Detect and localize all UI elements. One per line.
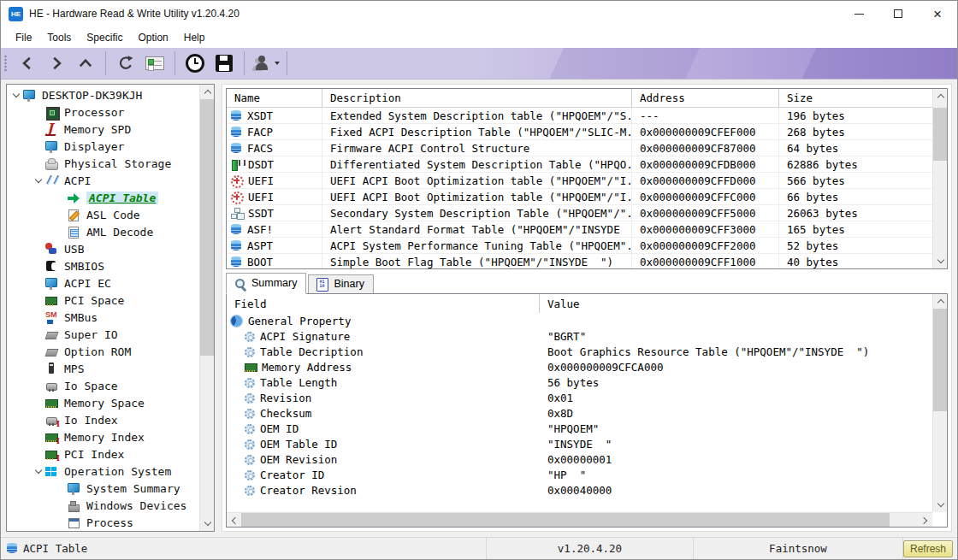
table-row-asf[interactable]: ASF!Alert Standard Format Table ("HPQOEM… xyxy=(227,221,932,238)
menu-item-tools[interactable]: Tools xyxy=(39,28,79,47)
tree-item-memory-spd[interactable]: Memory SPD xyxy=(7,121,199,138)
summary-row-checksum[interactable]: Checksum0x8D xyxy=(227,405,932,421)
tree-item-memory-space[interactable]: Memory Space xyxy=(7,394,199,411)
column-header-field[interactable]: Field xyxy=(227,294,540,313)
tree-item-acpi-table[interactable]: ACPI Table xyxy=(7,189,199,206)
table-row-facs[interactable]: FACSFirmware ACPI Control Structure0x000… xyxy=(227,140,932,156)
table-row-facp[interactable]: FACPFixed ACPI Description Table ("HPQOE… xyxy=(227,124,932,140)
scroll-up-icon[interactable] xyxy=(933,294,948,309)
index-marker-icon xyxy=(56,451,60,463)
doc-pencil-icon xyxy=(67,209,80,221)
scroll-up-icon[interactable] xyxy=(933,89,948,103)
menu-item-option[interactable]: Option xyxy=(130,28,175,47)
tree-item-aml-decode[interactable]: AML Decode xyxy=(7,223,199,240)
summary-row-memory-address[interactable]: Memory Address0x000000009CFCA000 xyxy=(227,359,932,374)
summary-scrollbar-thumb[interactable] xyxy=(933,309,948,411)
options-list-button[interactable] xyxy=(142,50,168,76)
table-name-label: UEFI xyxy=(248,174,274,187)
tree-item-io-space[interactable]: Io Space xyxy=(7,377,199,394)
field-label: Checksum xyxy=(260,407,311,420)
tree-item-super-io[interactable]: Super IO xyxy=(7,326,199,343)
summary-scrollbar-horizontal[interactable] xyxy=(227,512,932,527)
cell-size: 566 bytes xyxy=(779,173,932,188)
field-label: Creator Revsion xyxy=(260,484,357,497)
tree-item-acpi-ec[interactable]: ACPI EC xyxy=(7,274,199,292)
tree-item-io-index[interactable]: Io Index xyxy=(7,411,199,428)
menu-item-file[interactable]: File xyxy=(8,28,39,47)
scroll-left-icon[interactable] xyxy=(227,513,241,528)
summary-row-oem-table-id[interactable]: OEM Table ID"INSYDE " xyxy=(227,436,932,451)
summary-row-general-property[interactable]: General Property xyxy=(227,313,932,328)
scroll-down-icon[interactable] xyxy=(933,254,948,268)
table-row-dsdt[interactable]: DSDTDifferentiated System Description Ta… xyxy=(227,156,932,173)
tab-summary[interactable]: Summary xyxy=(226,273,306,294)
summary-row-oem-id[interactable]: OEM ID"HPQOEM" xyxy=(227,421,932,436)
scroll-down-icon[interactable] xyxy=(200,516,215,531)
refresh-status-button[interactable]: Refresh xyxy=(903,540,953,557)
tree-item-windows-devices[interactable]: Windows Devices xyxy=(7,497,199,514)
summary-row-oem-revision[interactable]: OEM Revision0x00000001 xyxy=(227,451,932,467)
tree-item-system-summary[interactable]: System Summary xyxy=(7,480,199,497)
save-button[interactable] xyxy=(211,50,237,76)
tree-scrollbar[interactable] xyxy=(199,85,214,531)
tab-binary[interactable]: Binary xyxy=(308,274,373,294)
acpi-table-scrollbar[interactable] xyxy=(932,89,947,268)
tree-item-operation-system[interactable]: Operation System xyxy=(7,463,199,480)
maximize-button[interactable] xyxy=(878,1,918,27)
close-button[interactable]: × xyxy=(918,1,957,27)
back-button[interactable] xyxy=(15,50,40,76)
summary-row-creator-id[interactable]: Creator ID"HP " xyxy=(227,467,932,482)
menu-item-specific[interactable]: Specific xyxy=(79,28,130,47)
scroll-up-icon[interactable] xyxy=(200,85,215,99)
summary-row-table-decription[interactable]: Table DecriptionBoot Graphics Resource T… xyxy=(227,344,932,359)
tree-scrollbar-thumb[interactable] xyxy=(200,99,215,356)
column-header-value[interactable]: Value xyxy=(540,294,947,313)
cell-field: OEM ID xyxy=(227,422,540,435)
table-row-ssdt[interactable]: SSDTSecondary System Description Table (… xyxy=(227,205,932,221)
minimize-button[interactable] xyxy=(839,1,878,27)
scroll-right-icon[interactable] xyxy=(918,513,932,528)
summary-row-creator-revsion[interactable]: Creator Revsion0x00040000 xyxy=(227,482,932,498)
tree-item-process[interactable]: Process xyxy=(7,514,199,531)
tree-item-asl-code[interactable]: ASL Code xyxy=(7,206,199,223)
up-button[interactable] xyxy=(73,50,98,76)
scroll-down-icon[interactable] xyxy=(933,498,948,512)
column-header-name[interactable]: Name xyxy=(227,89,322,107)
timer-button[interactable] xyxy=(182,50,208,76)
expander-icon[interactable] xyxy=(33,180,44,182)
summary-row-acpi-signature[interactable]: ACPI Signature"BGRT" xyxy=(227,328,932,344)
tree-item-desktop-dk39kjh[interactable]: DESKTOP-DK39KJH xyxy=(7,86,199,103)
acpi-table-scrollbar-thumb[interactable] xyxy=(933,108,948,161)
table-row-xsdt[interactable]: XSDTExtended System Description table ("… xyxy=(227,108,932,124)
table-row-uefi[interactable]: UEFIUEFI ACPI Boot Optimization table ("… xyxy=(227,189,932,205)
tree-item-usb[interactable]: USB xyxy=(7,240,199,257)
table-row-aspt[interactable]: ASPTACPI System Performance Tuning Table… xyxy=(227,238,932,254)
tree-item-smbios[interactable]: SMBIOS xyxy=(7,257,199,274)
column-header-description[interactable]: Description xyxy=(322,89,632,107)
summary-row-table-length[interactable]: Table Length56 bytes xyxy=(227,374,932,390)
table-name-label: ASF! xyxy=(247,223,273,236)
tree-item-option-rom[interactable]: Option ROM xyxy=(7,343,199,360)
user-menu-button[interactable] xyxy=(251,50,280,76)
column-header-address[interactable]: Address xyxy=(632,89,779,107)
tree-item-processor[interactable]: Processor xyxy=(7,103,199,121)
tree-item-memory-index[interactable]: Memory Index xyxy=(7,428,199,445)
table-row-uefi[interactable]: UEFIUEFI ACPI Boot Optimization table ("… xyxy=(227,173,932,189)
menu-item-help[interactable]: Help xyxy=(176,28,213,47)
tree-item-pci-space[interactable]: PCI Space xyxy=(7,292,199,309)
tree-item-displayer[interactable]: Displayer xyxy=(7,138,199,155)
tree-item-smbus[interactable]: SMBus xyxy=(7,309,199,326)
expander-icon[interactable] xyxy=(10,94,22,97)
column-header-size[interactable]: Size xyxy=(779,89,947,107)
tree-item-pci-index[interactable]: PCI Index xyxy=(7,445,199,463)
tree-item-acpi[interactable]: ACPI xyxy=(7,172,199,189)
table-row-boot[interactable]: BOOTSimple Boot Flag Table ("HPQOEM"/"IN… xyxy=(227,254,932,268)
summary-hscrollbar-thumb[interactable] xyxy=(241,513,890,528)
summary-scrollbar-vertical[interactable] xyxy=(932,294,947,512)
tree-item-physical-storage[interactable]: Physical Storage xyxy=(7,155,199,172)
expander-icon[interactable] xyxy=(33,470,44,473)
tree-item-mps[interactable]: MPS xyxy=(7,360,199,377)
refresh-button[interactable] xyxy=(113,50,139,76)
summary-row-revision[interactable]: Revision0x01 xyxy=(227,390,932,405)
forward-button[interactable] xyxy=(44,50,69,76)
